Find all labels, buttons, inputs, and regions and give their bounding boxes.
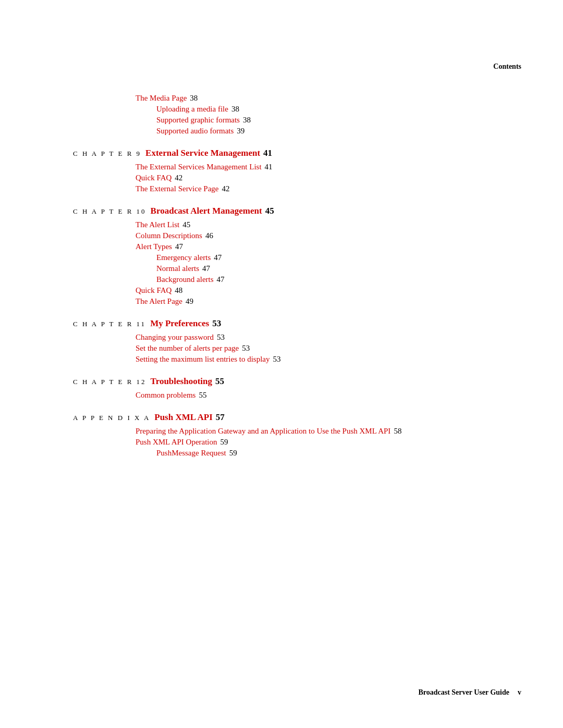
toc-entry-pushmessage-request: PushMessage Request 59 xyxy=(73,449,521,458)
entry-page: 39 xyxy=(237,127,244,135)
footer-page: v xyxy=(518,688,521,697)
entry-page: 47 xyxy=(202,264,210,273)
entry-title: Changing your password xyxy=(136,333,214,342)
chapter-10-section: C H A P T E R 10 Broadcast Alert Managem… xyxy=(73,206,521,306)
entry-title: Normal alerts xyxy=(156,264,199,273)
entry-page: 53 xyxy=(273,355,280,364)
entry-page: 45 xyxy=(182,220,190,229)
entry-page: 42 xyxy=(175,174,182,182)
chapter-12-title: Troubleshooting xyxy=(151,376,212,387)
entry-page: 46 xyxy=(205,231,213,240)
toc-entry-quick-faq-10: Quick FAQ 48 xyxy=(73,286,521,295)
entry-page: 42 xyxy=(222,184,230,193)
chapter-10-label: C H A P T E R 10 xyxy=(73,207,146,216)
entry-page: 58 xyxy=(394,427,401,436)
entry-page: 41 xyxy=(265,163,273,171)
toc-entry-alert-types: Alert Types 47 xyxy=(73,242,521,251)
chapter-11-header: C H A P T E R 11 My Preferences 53 xyxy=(73,318,521,329)
chapter-10-page: 45 xyxy=(265,206,274,216)
entry-title: The External Service Page xyxy=(136,184,219,193)
chapter-11-label: C H A P T E R 11 xyxy=(73,320,146,328)
entry-page: 38 xyxy=(243,116,251,125)
entry-title: Background alerts xyxy=(156,275,214,284)
toc-entry-common-problems: Common problems 55 xyxy=(73,391,521,400)
entry-title: Quick FAQ xyxy=(136,174,172,182)
chapter-9-page: 41 xyxy=(263,148,272,158)
toc-entry-column-desc: Column Descriptions 46 xyxy=(73,231,521,240)
chapter-11-page: 53 xyxy=(212,318,221,329)
toc-entry-background-alerts: Background alerts 47 xyxy=(73,275,521,284)
toc-entry-emergency-alerts: Emergency alerts 47 xyxy=(73,253,521,262)
appendix-a-label: A P P E N D I X A xyxy=(73,414,150,422)
chapter-9-section: C H A P T E R 9 External Service Managem… xyxy=(73,148,521,193)
page: Contents The Media Page 38 Uploading a m… xyxy=(0,0,563,728)
chapter-12-header: C H A P T E R 12 Troubleshooting 55 xyxy=(73,376,521,387)
toc-entry-media-page: The Media Page 38 xyxy=(73,94,521,103)
entry-page: 49 xyxy=(186,297,193,306)
appendix-a-title: Push XML API xyxy=(154,412,212,423)
entry-page: 47 xyxy=(217,275,225,284)
chapter-9-label: C H A P T E R 9 xyxy=(73,150,141,158)
entry-title: Uploading a media file xyxy=(156,105,228,114)
entry-page: 47 xyxy=(214,253,222,262)
entry-title: The Alert Page xyxy=(136,297,182,306)
intro-entries: The Media Page 38 Uploading a media file… xyxy=(73,94,521,135)
entry-title: Emergency alerts xyxy=(156,253,211,262)
appendix-a-header: A P P E N D I X A Push XML API 57 xyxy=(73,412,521,423)
chapter-12-page: 55 xyxy=(215,376,224,387)
chapter-12-label: C H A P T E R 12 xyxy=(73,378,146,386)
toc-entry-audio-formats: Supported audio formats 39 xyxy=(73,127,521,135)
entry-title: The External Services Management List xyxy=(136,163,262,171)
entry-page: 38 xyxy=(190,94,198,103)
entry-page: 53 xyxy=(242,344,250,353)
toc-entry-ext-list: The External Services Management List 41 xyxy=(73,163,521,171)
entry-title: Alert Types xyxy=(136,242,172,251)
entry-page: 47 xyxy=(175,242,183,251)
entry-page: 38 xyxy=(231,105,239,114)
entry-title: Column Descriptions xyxy=(136,231,202,240)
entry-title: Push XML API Operation xyxy=(136,438,217,447)
toc-entry-push-xml-operation: Push XML API Operation 59 xyxy=(73,438,521,447)
chapter-9-header: C H A P T E R 9 External Service Managem… xyxy=(73,148,521,158)
toc-entry-alert-page: The Alert Page 49 xyxy=(73,297,521,306)
entry-title: Supported graphic formats xyxy=(156,116,240,125)
entry-page: 55 xyxy=(199,391,206,400)
chapter-11-title: My Preferences xyxy=(150,318,209,329)
entry-title: PushMessage Request xyxy=(156,449,226,458)
entry-title: Quick FAQ xyxy=(136,286,172,295)
entry-title: Common problems xyxy=(136,391,195,400)
entry-title: The Media Page xyxy=(136,94,187,103)
appendix-a-page: 57 xyxy=(216,412,225,423)
entry-title: Supported audio formats xyxy=(156,127,234,135)
toc-entry-alerts-per-page: Set the number of alerts per page 53 xyxy=(73,344,521,353)
chapter-12-section: C H A P T E R 12 Troubleshooting 55 Comm… xyxy=(73,376,521,400)
toc-entry-max-list-entries: Setting the maximum list entries to disp… xyxy=(73,355,521,364)
footer-text: Broadcast Server User Guide xyxy=(418,688,509,697)
toc-entry-alert-list: The Alert List 45 xyxy=(73,220,521,229)
toc-entry-graphic-formats: Supported graphic formats 38 xyxy=(73,116,521,125)
page-header: Contents xyxy=(493,63,521,71)
entry-page: 48 xyxy=(175,286,182,295)
chapter-10-header: C H A P T E R 10 Broadcast Alert Managem… xyxy=(73,206,521,216)
chapter-11-section: C H A P T E R 11 My Preferences 53 Chang… xyxy=(73,318,521,364)
toc-entry-change-password: Changing your password 53 xyxy=(73,333,521,342)
toc-entry-preparing-gateway: Preparing the Application Gateway and an… xyxy=(73,427,521,436)
chapter-9-title: External Service Management xyxy=(145,148,260,158)
toc-entry-normal-alerts: Normal alerts 47 xyxy=(73,264,521,273)
entry-title: Preparing the Application Gateway and an… xyxy=(136,427,390,436)
entry-title: Set the number of alerts per page xyxy=(136,344,239,353)
entry-title: Setting the maximum list entries to disp… xyxy=(136,355,270,364)
toc-entry-ext-service-page: The External Service Page 42 xyxy=(73,184,521,193)
chapter-10-title: Broadcast Alert Management xyxy=(151,206,262,216)
entry-page: 59 xyxy=(221,438,228,447)
entry-title: The Alert List xyxy=(136,220,179,229)
appendix-a-section: A P P E N D I X A Push XML API 57 Prepar… xyxy=(73,412,521,458)
header-label: Contents xyxy=(493,63,521,70)
toc-container: The Media Page 38 Uploading a media file… xyxy=(73,94,521,458)
toc-entry-quick-faq-9: Quick FAQ 42 xyxy=(73,174,521,182)
entry-page: 59 xyxy=(229,449,237,458)
entry-page: 53 xyxy=(217,333,225,342)
toc-entry-uploading: Uploading a media file 38 xyxy=(73,105,521,114)
page-footer: Broadcast Server User Guide v xyxy=(0,688,563,697)
